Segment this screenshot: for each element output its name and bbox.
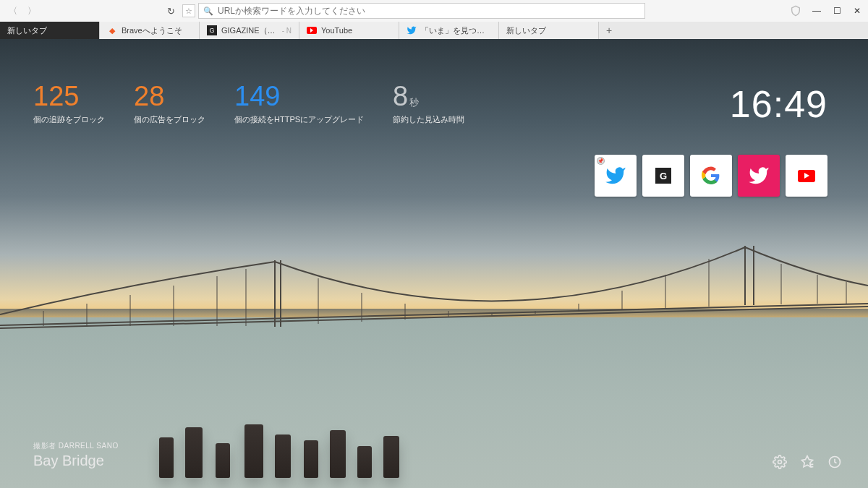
tab-twitter[interactable]: 「いま」を見つけよう: [399, 22, 499, 39]
clock: 16:49: [730, 82, 827, 126]
tab-extra: - N: [282, 27, 292, 35]
tab-label: GIGAZINE（ギガジン）: [221, 25, 278, 36]
credit-author: 撮影者 DARRELL SANO: [33, 441, 119, 451]
stat-ads: 28 個の広告をブロック: [134, 82, 205, 125]
brave-icon: ◆: [107, 25, 117, 35]
url-input[interactable]: [218, 6, 640, 16]
bookmark-button[interactable]: ☆: [182, 4, 195, 17]
browser-toolbar: 〈 〉 ↻ ☆ 🔍 — ☐ ✕: [0, 0, 868, 22]
stat-value: 28: [134, 82, 205, 110]
photo-credit: 撮影者 DARRELL SANO Bay Bridge: [33, 441, 119, 469]
shield-icon[interactable]: [790, 5, 801, 17]
tab-label: YouTube: [321, 26, 352, 35]
stat-value: 8秒: [393, 82, 464, 110]
gear-icon: [773, 455, 787, 469]
tab-brave-welcome[interactable]: ◆ Braveへようこそ: [100, 22, 200, 39]
tab-newtab-active[interactable]: 新しいタブ: [0, 22, 100, 39]
minimize-button[interactable]: —: [812, 6, 822, 16]
stat-value: 125: [33, 82, 105, 110]
tab-youtube[interactable]: YouTube: [299, 22, 399, 39]
youtube-icon: [307, 25, 317, 35]
reload-button[interactable]: ↻: [163, 4, 178, 18]
credit-title: Bay Bridge: [33, 453, 119, 469]
svg-point-25: [778, 461, 782, 464]
topsite-twitter[interactable]: [738, 155, 780, 197]
svg-marker-26: [802, 456, 813, 467]
pin-icon: 📌: [597, 157, 605, 165]
stat-https: 149 個の接続をHTTPSにアップグレード: [234, 82, 364, 125]
bookmarks-button[interactable]: [800, 455, 814, 469]
twitter-icon: [407, 25, 417, 35]
top-sites: 📌 G: [595, 155, 827, 197]
stat-trackers: 125 個の追跡をブロック: [33, 82, 105, 125]
youtube-icon: [798, 170, 815, 182]
stat-label: 個の広告をブロック: [134, 114, 205, 125]
topsite-gigazine[interactable]: G: [642, 155, 684, 197]
tab-newtab[interactable]: 新しいタブ: [499, 22, 599, 39]
search-icon: 🔍: [203, 7, 213, 16]
twitter-icon: [748, 165, 770, 187]
tab-label: 新しいタブ: [7, 25, 47, 36]
tab-label: Braveへようこそ: [122, 25, 182, 36]
gigazine-icon: G: [207, 25, 217, 35]
bookmark-list-icon: [800, 455, 814, 469]
gigazine-icon: G: [655, 168, 671, 184]
tab-label: 「いま」を見つけよう: [421, 25, 491, 36]
google-icon: [702, 166, 720, 185]
page-actions: [773, 455, 842, 469]
back-button[interactable]: 〈: [6, 4, 20, 18]
stat-time-saved: 8秒 節約した見込み時間: [393, 82, 464, 125]
tab-strip: 新しいタブ ◆ Braveへようこそ G GIGAZINE（ギガジン） - N …: [0, 22, 868, 39]
history-icon: [827, 455, 842, 469]
stats-row: 125 個の追跡をブロック 28 個の広告をブロック 149 個の接続をHTTP…: [33, 82, 464, 125]
stat-label: 個の追跡をブロック: [33, 114, 105, 125]
history-button[interactable]: [827, 455, 842, 469]
twitter-icon: [605, 165, 626, 187]
stat-label: 個の接続をHTTPSにアップグレード: [234, 114, 364, 125]
stat-label: 節約した見込み時間: [393, 114, 464, 125]
tab-gigazine[interactable]: G GIGAZINE（ギガジン） - N: [200, 22, 299, 39]
stat-value: 149: [234, 82, 364, 110]
new-tab-button[interactable]: +: [599, 22, 619, 39]
topsite-twitter-pinned[interactable]: 📌: [595, 155, 637, 197]
tab-label: 新しいタブ: [506, 25, 546, 36]
address-bar[interactable]: 🔍: [198, 3, 645, 19]
maximize-button[interactable]: ☐: [832, 6, 842, 16]
topsite-google[interactable]: [690, 155, 732, 197]
topsite-youtube[interactable]: [786, 155, 827, 197]
settings-button[interactable]: [773, 455, 787, 469]
new-tab-page: 125 個の追跡をブロック 28 個の広告をブロック 149 個の接続をHTTP…: [0, 39, 868, 488]
forward-button[interactable]: 〉: [25, 4, 39, 18]
close-button[interactable]: ✕: [852, 6, 862, 16]
